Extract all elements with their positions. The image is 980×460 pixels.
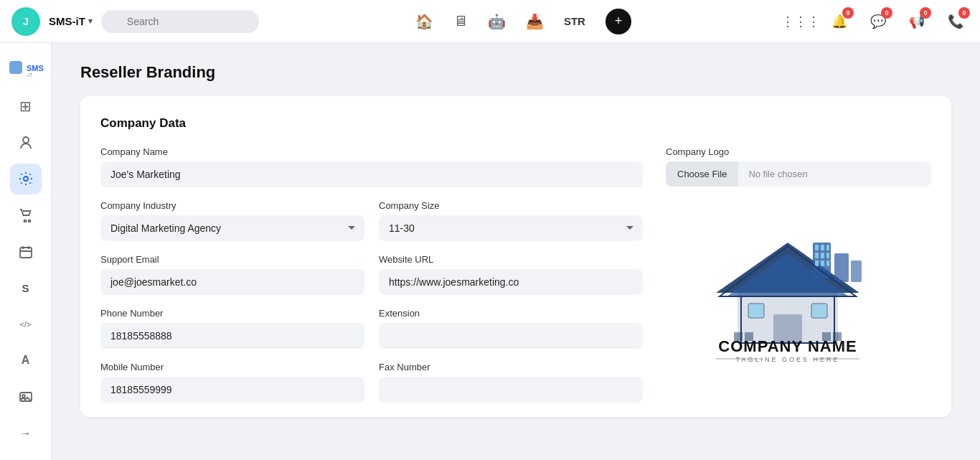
brand-avatar: J	[11, 7, 40, 36]
sidebar-item-collapse[interactable]: →	[10, 418, 42, 449]
sidebar-item-s[interactable]: S	[10, 273, 42, 304]
phone-number-group: Phone Number	[100, 308, 364, 349]
svg-point-6	[28, 220, 30, 222]
company-name-input[interactable]	[100, 161, 643, 187]
company-size-group: Company Size 1-10 11-30 31-100 101-500	[379, 200, 643, 241]
svg-rect-19	[826, 245, 829, 250]
robot-icon[interactable]: 🤖	[488, 13, 506, 30]
main-content: Reseller Branding Company Data Company N…	[52, 43, 980, 460]
support-email-label: Support Email	[100, 254, 364, 265]
svg-rect-29	[748, 304, 764, 318]
megaphone-icon-button[interactable]: 📢0	[904, 9, 930, 34]
brand-name-label: SMS-iT	[49, 15, 85, 27]
brand-name[interactable]: SMS-iT ▾	[49, 15, 93, 27]
mobile-number-label: Mobile Number	[100, 362, 364, 372]
company-size-select[interactable]: 1-10 11-30 31-100 101-500	[379, 215, 643, 241]
sidebar-item-dashboard[interactable]: ⊞	[10, 91, 42, 122]
svg-rect-25	[826, 260, 829, 266]
fax-number-input[interactable]	[379, 377, 643, 403]
svg-rect-0	[9, 61, 22, 74]
website-url-input[interactable]	[379, 269, 643, 295]
no-file-label: No file chosen	[738, 161, 931, 187]
notification-badge: 9	[842, 7, 854, 19]
chat-badge: 0	[881, 7, 892, 19]
svg-point-4	[24, 177, 28, 181]
sidebar: SMS -iT ⊞ S </> A	[0, 43, 52, 460]
top-navigation: J SMS-iT ▾ 🔍 🏠 🖥 🤖 📥 STR + ⋮⋮⋮ 🔔9 💬0 📢0 …	[0, 0, 980, 43]
svg-rect-17	[815, 245, 819, 250]
phone-badge: 0	[958, 7, 970, 19]
website-url-label: Website URL	[379, 254, 643, 265]
form-area: Company Name Company Industry Digital Ma…	[100, 146, 931, 403]
brand-chevron-icon: ▾	[88, 17, 93, 26]
website-url-group: Website URL	[379, 254, 643, 295]
company-logo-label: Company Logo	[666, 146, 931, 157]
company-industry-label: Company Industry	[100, 200, 364, 211]
company-logo-group: Company Logo Choose File No file chosen	[666, 146, 931, 187]
left-fields: Company Name Company Industry Digital Ma…	[100, 146, 643, 403]
sidebar-item-settings[interactable]	[10, 164, 42, 194]
choose-file-button[interactable]: Choose File	[666, 161, 738, 187]
card-title: Company Data	[100, 116, 931, 131]
extension-group: Extension	[379, 308, 643, 349]
svg-rect-23	[815, 260, 819, 266]
svg-text:COMPANY NAME: COMPANY NAME	[718, 337, 857, 355]
home-icon[interactable]: 🏠	[415, 13, 433, 30]
svg-text:SMS: SMS	[27, 64, 44, 72]
mobile-number-input[interactable]	[100, 377, 364, 403]
company-size-label: Company Size	[379, 200, 643, 211]
svg-point-5	[24, 220, 26, 222]
company-name-label: Company Name	[100, 146, 643, 157]
industry-size-row: Company Industry Digital Marketing Agenc…	[100, 200, 643, 241]
file-input-wrap: Choose File No file chosen	[666, 161, 931, 187]
svg-rect-15	[834, 253, 849, 282]
notification-bell-button[interactable]: 🔔9	[826, 9, 852, 34]
chat-icon-button[interactable]: 💬0	[865, 9, 891, 34]
logo-preview: COMPANY NAME TAGLINE GOES HERE	[666, 214, 910, 372]
sidebar-item-image[interactable]	[10, 382, 42, 413]
svg-rect-20	[815, 253, 819, 258]
nav-center-icons: 🏠 🖥 🤖 📥 STR +	[268, 9, 779, 34]
svg-text:-iT: -iT	[27, 72, 33, 78]
phone-extension-row: Phone Number Extension	[100, 308, 643, 349]
svg-rect-21	[821, 253, 824, 258]
company-industry-group: Company Industry Digital Marketing Agenc…	[100, 200, 364, 241]
add-button[interactable]: +	[606, 9, 631, 34]
support-email-group: Support Email	[100, 254, 364, 295]
support-email-input[interactable]	[100, 269, 364, 295]
svg-rect-7	[20, 248, 32, 258]
inbox-icon[interactable]: 📥	[526, 13, 544, 30]
company-name-group: Company Name	[100, 146, 643, 187]
monitor-icon[interactable]: 🖥	[453, 13, 468, 29]
search-input[interactable]	[101, 10, 259, 33]
svg-rect-24	[821, 260, 824, 266]
sidebar-item-users[interactable]	[10, 127, 42, 158]
grid-icon-button[interactable]: ⋮⋮⋮	[788, 9, 814, 34]
nav-action-icons: ⋮⋮⋮ 🔔9 💬0 📢0 📞0	[788, 9, 969, 34]
svg-rect-16	[851, 260, 862, 282]
str-label[interactable]: STR	[564, 15, 585, 27]
svg-text:TAGLINE GOES HERE: TAGLINE GOES HERE	[736, 356, 840, 363]
fax-number-label: Fax Number	[379, 362, 643, 372]
megaphone-badge: 0	[920, 7, 931, 19]
sidebar-item-code[interactable]: </>	[10, 309, 42, 340]
phone-number-input[interactable]	[100, 323, 364, 349]
company-industry-select[interactable]: Digital Marketing Agency Technology Heal…	[100, 215, 364, 241]
phone-icon-button[interactable]: 📞0	[943, 9, 969, 34]
mobile-number-group: Mobile Number	[100, 362, 364, 403]
svg-rect-22	[826, 253, 829, 258]
extension-input[interactable]	[379, 323, 643, 349]
page-title: Reseller Branding	[80, 63, 951, 82]
mobile-fax-row: Mobile Number Fax Number	[100, 362, 643, 403]
right-side: Company Logo Choose File No file chosen	[666, 146, 931, 403]
extension-label: Extension	[379, 308, 643, 319]
sidebar-item-calendar[interactable]	[10, 236, 42, 267]
company-data-card: Company Data Company Name Company Indust…	[80, 96, 951, 417]
phone-number-label: Phone Number	[100, 308, 364, 319]
email-website-row: Support Email Website URL	[100, 254, 643, 295]
sidebar-logo: SMS -iT	[8, 55, 44, 80]
fax-number-group: Fax Number	[379, 362, 643, 403]
sidebar-item-text[interactable]: A	[10, 345, 42, 376]
sidebar-item-shopping[interactable]	[10, 200, 42, 231]
search-wrap: 🔍	[101, 10, 259, 33]
